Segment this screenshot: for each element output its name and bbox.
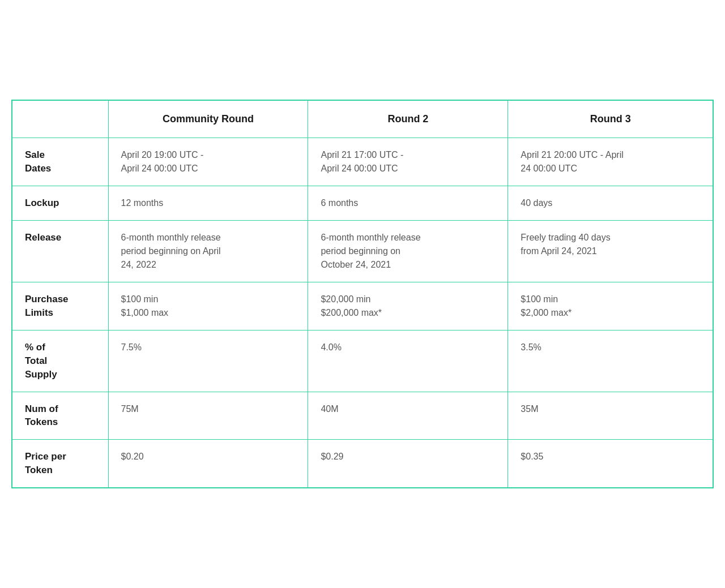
row-label-3: PurchaseLimits [12, 282, 108, 331]
row-label-5: Num ofTokens [12, 392, 108, 440]
row-label-text-2: Release [25, 232, 61, 243]
row-1-col3: 40 days [508, 186, 713, 221]
cell-value-4-2: 3.5% [521, 342, 541, 352]
cell-value-5-0: 75M [121, 404, 139, 414]
cell-value-6-1: $0.29 [321, 452, 343, 461]
row-label-2: Release [12, 221, 108, 282]
cell-value-5-2: 35M [521, 404, 538, 414]
row-5-col3: 35M [508, 392, 713, 440]
table-row: PurchaseLimits$100 min$1,000 max$20,000 … [12, 282, 713, 331]
row-4-col1: 7.5% [108, 331, 308, 392]
cell-value-3-2: $100 min$2,000 max* [521, 294, 572, 317]
row-2-col2: 6-month monthly releaseperiod beginning … [308, 221, 508, 282]
row-4-col3: 3.5% [508, 331, 713, 392]
table-row: Price perToken$0.20$0.29$0.35 [12, 440, 713, 488]
table-row: Release6-month monthly releaseperiod beg… [12, 221, 713, 282]
row-label-text-6: Price perToken [25, 451, 66, 475]
row-3-col2: $20,000 min$200,000 max* [308, 282, 508, 331]
header-col2: Round 2 [308, 100, 508, 138]
row-label-text-1: Lockup [25, 198, 59, 208]
row-3-col1: $100 min$1,000 max [108, 282, 308, 331]
row-0-col2: April 21 17:00 UTC -April 24 00:00 UTC [308, 138, 508, 186]
row-label-0: SaleDates [12, 138, 108, 186]
cell-value-0-0: April 20 19:00 UTC -April 24 00:00 UTC [121, 150, 204, 173]
cell-value-3-1: $20,000 min$200,000 max* [321, 294, 382, 317]
cell-value-2-0: 6-month monthly releaseperiod beginning … [121, 233, 221, 269]
cell-value-1-0: 12 months [121, 198, 164, 208]
row-6-col2: $0.29 [308, 440, 508, 488]
row-label-text-5: Num ofTokens [25, 404, 58, 428]
header-col0 [12, 100, 108, 138]
table-wrapper: Community Round Round 2 Round 3 SaleDate… [11, 100, 714, 488]
table-row: Lockup12 months6 months40 days [12, 186, 713, 221]
cell-value-2-2: Freely trading 40 daysfrom April 24, 202… [521, 233, 610, 256]
cell-value-2-1: 6-month monthly releaseperiod beginning … [321, 233, 420, 269]
row-6-col3: $0.35 [508, 440, 713, 488]
table-row: Num ofTokens75M40M35M [12, 392, 713, 440]
row-0-col3: April 21 20:00 UTC - April24 00:00 UTC [508, 138, 713, 186]
row-1-col1: 12 months [108, 186, 308, 221]
row-label-text-4: % ofTotalSupply [25, 342, 57, 380]
cell-value-5-1: 40M [321, 404, 338, 414]
row-2-col1: 6-month monthly releaseperiod beginning … [108, 221, 308, 282]
row-label-text-3: PurchaseLimits [25, 294, 69, 318]
cell-value-6-2: $0.35 [521, 452, 543, 461]
header-col3: Round 3 [508, 100, 713, 138]
header-col1: Community Round [108, 100, 308, 138]
comparison-table: Community Round Round 2 Round 3 SaleDate… [11, 100, 714, 488]
cell-value-0-1: April 21 17:00 UTC -April 24 00:00 UTC [321, 150, 403, 173]
cell-value-1-2: 40 days [521, 198, 552, 208]
row-4-col2: 4.0% [308, 331, 508, 392]
cell-value-6-0: $0.20 [121, 452, 144, 461]
row-0-col1: April 20 19:00 UTC -April 24 00:00 UTC [108, 138, 308, 186]
row-5-col1: 75M [108, 392, 308, 440]
cell-value-0-2: April 21 20:00 UTC - April24 00:00 UTC [521, 150, 623, 173]
row-label-6: Price perToken [12, 440, 108, 488]
row-label-1: Lockup [12, 186, 108, 221]
row-6-col1: $0.20 [108, 440, 308, 488]
row-5-col2: 40M [308, 392, 508, 440]
cell-value-1-1: 6 months [321, 198, 358, 208]
cell-value-3-0: $100 min$1,000 max [121, 294, 169, 317]
row-label-text-0: SaleDates [25, 149, 51, 174]
cell-value-4-0: 7.5% [121, 342, 142, 352]
row-1-col2: 6 months [308, 186, 508, 221]
cell-value-4-1: 4.0% [321, 342, 341, 352]
row-2-col3: Freely trading 40 daysfrom April 24, 202… [508, 221, 713, 282]
table-row: % ofTotalSupply7.5%4.0%3.5% [12, 331, 713, 392]
row-label-4: % ofTotalSupply [12, 331, 108, 392]
row-3-col3: $100 min$2,000 max* [508, 282, 713, 331]
header-row: Community Round Round 2 Round 3 [12, 100, 713, 138]
table-row: SaleDatesApril 20 19:00 UTC -April 24 00… [12, 138, 713, 186]
